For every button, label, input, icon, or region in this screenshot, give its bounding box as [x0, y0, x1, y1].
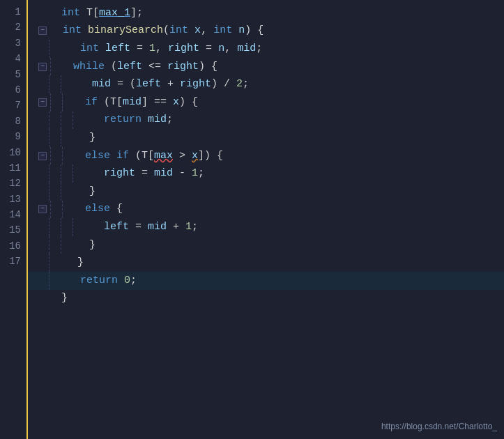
code-line-4: − while (left <= right) {: [28, 58, 504, 76]
code-line-13: left = mid + 1;: [28, 218, 504, 236]
fold-button-2[interactable]: −: [36, 24, 49, 37]
line-num-11: 11: [0, 160, 26, 176]
code-line-12: − else {: [28, 201, 504, 219]
fold-button-12[interactable]: −: [36, 203, 49, 215]
code-line-7: return mid;: [28, 111, 504, 130]
fold-button-9[interactable]: −: [36, 150, 49, 162]
code-area: int T[max_1]; − int binarySearch(int x, …: [28, 0, 504, 439]
line-num-14: 14: [0, 207, 26, 222]
line-num-15: 15: [0, 222, 26, 238]
code-line-10: right = mid - 1;: [28, 164, 504, 183]
line-num-6: 6: [0, 82, 26, 98]
line-num-13: 13: [0, 192, 26, 207]
code-editor: 1 2 3 4 5 6 7 8 9 10 11 12 13 14 15 16 1…: [0, 0, 504, 439]
line-num-9: 9: [0, 129, 26, 144]
fold-button-4[interactable]: −: [36, 61, 49, 73]
line-num-7: 7: [0, 98, 26, 113]
line-num-17: 17: [0, 254, 26, 269]
line-num-4: 4: [0, 51, 26, 66]
line-num-16: 16: [0, 238, 26, 254]
line-num-3: 3: [0, 36, 26, 51]
code-line-1: int T[max_1];: [28, 4, 504, 22]
watermark: https://blog.csdn.net/Charlotto_: [381, 420, 497, 433]
line-num-2: 2: [0, 20, 26, 35]
code-line-17: }: [28, 290, 504, 308]
code-line-8: }: [28, 129, 504, 147]
code-line-3: int left = 1, right = n, mid;: [28, 40, 504, 58]
line-num-5: 5: [0, 67, 26, 82]
code-line-5: mid = (left + right) / 2;: [28, 75, 504, 93]
line-num-12: 12: [0, 176, 26, 191]
code-line-11: }: [28, 183, 504, 201]
fold-button-6[interactable]: −: [36, 96, 49, 109]
code-line-16: return 0;: [28, 272, 504, 290]
line-num-10: 10: [0, 145, 26, 160]
line-num-8: 8: [0, 114, 26, 129]
line-num-1: 1: [0, 4, 26, 20]
code-line-14: }: [28, 236, 504, 254]
code-line-15: }: [28, 254, 504, 272]
code-line-6: − if (T[mid] == x) {: [28, 93, 504, 111]
line-numbers: 1 2 3 4 5 6 7 8 9 10 11 12 13 14 15 16 1…: [0, 0, 28, 439]
code-line-9: − else if (T[max > x]) {: [28, 147, 504, 165]
code-line-2: − int binarySearch(int x, int n) {: [28, 22, 504, 40]
